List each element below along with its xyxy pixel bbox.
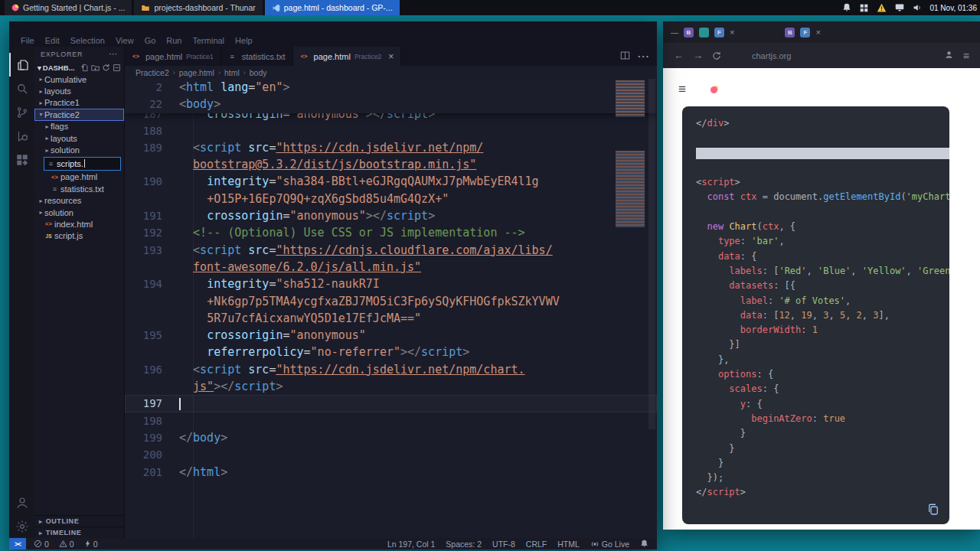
- menu-item-terminal[interactable]: Terminal: [188, 36, 230, 45]
- taskbar-window-page-html-dashboard-gp[interactable]: page.html - dashboard - GP-...: [265, 0, 400, 15]
- menu-item-help[interactable]: Help: [230, 36, 258, 45]
- close-tab-icon[interactable]: ×: [388, 52, 394, 61]
- bell-icon[interactable]: [842, 3, 851, 12]
- code-line[interactable]: 200: [125, 446, 657, 463]
- editor-tab-page-html-practice2[interactable]: <>page.htmlPractice2×: [293, 47, 402, 66]
- close-tab-icon[interactable]: ×: [730, 28, 734, 37]
- settings-gear-icon[interactable]: [9, 514, 34, 538]
- panel-timeline[interactable]: ▸TIMELINE: [34, 527, 124, 538]
- explorer-item-solution[interactable]: ▸solution: [34, 207, 124, 218]
- menu-item-file[interactable]: File: [15, 36, 40, 45]
- explorer-item-page-html[interactable]: <>page.html: [34, 171, 124, 183]
- bootstrap-favicon[interactable]: B: [684, 28, 694, 37]
- problems-indicator[interactable]: 000: [26, 538, 106, 549]
- explorer-icon[interactable]: [9, 53, 34, 77]
- explorer-item-resources[interactable]: ▸resources: [34, 195, 124, 207]
- code-line[interactable]: 2<html lang="en">: [125, 79, 657, 96]
- code-line[interactable]: 193 <script src="https://cdnjs.cloudflar…: [125, 242, 657, 259]
- code-line[interactable]: 201</html>: [125, 464, 657, 481]
- status-crlf[interactable]: CRLF: [521, 538, 552, 549]
- code-line[interactable]: bootstrap@5.3.2/dist/js/bootstrap.min.js…: [125, 156, 657, 173]
- code-line[interactable]: 5R7u7cfAicxanwYQ5D1e17EfJcMA==": [125, 310, 657, 327]
- breadcrumb-item-page-html[interactable]: page.html: [179, 68, 214, 77]
- browser-menu-icon[interactable]: ≡: [963, 50, 969, 62]
- code-line[interactable]: 192 <!-- (Optional) Use CSS or JS implem…: [125, 224, 657, 241]
- menu-item-go[interactable]: Go: [139, 36, 162, 45]
- explorer-item-practice2[interactable]: ▾Practice2: [34, 109, 124, 120]
- code-line[interactable]: 22<body>: [125, 96, 657, 112]
- reload-icon[interactable]: [712, 51, 721, 60]
- code-line[interactable]: 199</body>: [125, 429, 657, 446]
- code-line[interactable]: 191 crossorigin="anonymous"></script>: [125, 207, 657, 224]
- explorer-item-layouts[interactable]: ▸layouts: [34, 132, 124, 144]
- status-utf-8[interactable]: UTF-8: [487, 538, 521, 549]
- breadcrumb-item-practice2[interactable]: Practice2: [136, 68, 169, 77]
- code-line[interactable]: referrerpolicy="no-referrer"></script>: [125, 344, 657, 360]
- panel-outline[interactable]: ▸OUTLINE: [34, 515, 124, 527]
- status-html[interactable]: HTML: [552, 538, 585, 549]
- code-line[interactable]: 197: [125, 395, 657, 412]
- code-line[interactable]: 190 integrity="sha384-BBtl+eGJRgqQAUMxJ7…: [125, 173, 657, 190]
- error-count[interactable]: 0: [30, 538, 53, 549]
- address-bar[interactable]: chartjs.org: [730, 51, 935, 60]
- code-line[interactable]: 196 <script src="https://cdn.jsdelivr.ne…: [125, 361, 657, 378]
- menu-item-edit[interactable]: Edit: [40, 36, 65, 45]
- teal-favicon[interactable]: [699, 28, 709, 37]
- run-debug-icon[interactable]: [9, 124, 34, 148]
- status-ln-197-col-1[interactable]: Ln 197, Col 1: [382, 538, 440, 549]
- explorer-item-statistics-txt[interactable]: ≡statistics.txt: [34, 183, 124, 194]
- code-line[interactable]: font-awesome/6.2.0/js/all.min.js": [125, 259, 657, 276]
- menu-item-selection[interactable]: Selection: [65, 36, 110, 45]
- explorer-item-practice1[interactable]: ▸Practice1: [34, 97, 124, 109]
- code-line[interactable]: 188: [125, 122, 657, 139]
- forward-icon[interactable]: →: [693, 50, 703, 61]
- editor-scrollbar[interactable]: [647, 79, 657, 538]
- zap-count[interactable]: 0: [80, 538, 102, 549]
- explorer-item-solution[interactable]: ▸solution: [34, 144, 124, 155]
- taskbar-window-getting-started-chart-js[interactable]: Getting Started | Chart.js - ...: [5, 0, 132, 15]
- code-line[interactable]: +O15P+16Ep7Q9Q+zqX6gSbd85u4mG4QzX+": [125, 191, 657, 207]
- split-editor-icon[interactable]: [620, 50, 630, 64]
- explorer-item-cumulative[interactable]: ▸Cumulative: [34, 73, 124, 85]
- close-tab-icon[interactable]: ×: [815, 28, 820, 37]
- menu-item-run[interactable]: Run: [161, 36, 187, 45]
- code-line[interactable]: js"></script>: [125, 378, 657, 395]
- bootstrap-favicon[interactable]: B: [785, 28, 795, 37]
- more-actions-icon[interactable]: ⋯: [109, 49, 118, 59]
- search-icon[interactable]: [9, 77, 34, 100]
- source-control-icon[interactable]: [9, 100, 34, 124]
- code-line[interactable]: 189 <script src="https://cdn.jsdelivr.ne…: [125, 139, 657, 156]
- docs-sidebar-toggle-icon[interactable]: ≡: [678, 82, 686, 97]
- account-icon[interactable]: [9, 491, 34, 514]
- code-line[interactable]: +Nk6gp7p5TMA4ycgfxaZBJ7MO5iC3Fp6ySQyKFHO…: [125, 293, 657, 310]
- editor-tab-page-html-practice1[interactable]: <>page.htmlPractice1: [125, 47, 221, 66]
- status-bell-small-icon[interactable]: [635, 538, 654, 549]
- taskbar-clock[interactable]: 01 Nov, 01:36: [929, 4, 977, 12]
- display-icon[interactable]: [895, 3, 904, 12]
- menu-item-view[interactable]: View: [110, 36, 139, 45]
- profile-icon[interactable]: [944, 49, 954, 63]
- minimized-tab-icon[interactable]: —: [671, 28, 678, 37]
- explorer-item-flags[interactable]: ▸flags: [34, 121, 124, 132]
- explorer-item-script-js[interactable]: JSscript.js: [34, 230, 124, 242]
- fontawesome-favicon[interactable]: F: [714, 28, 724, 37]
- taskbar-window-projects-dashboard-thunar[interactable]: projects-dashboard - Thunar: [134, 0, 262, 15]
- back-icon[interactable]: ←: [674, 50, 684, 61]
- chartjs-logo[interactable]: [710, 86, 717, 93]
- code-line[interactable]: 194 integrity="sha512-naukR7I: [125, 276, 657, 292]
- apps-icon[interactable]: [860, 4, 868, 12]
- extensions-icon[interactable]: [9, 148, 34, 171]
- explorer-item-index-html[interactable]: <>index.html: [34, 218, 124, 230]
- code-line[interactable]: 195 crossorigin="anonymous": [125, 327, 657, 344]
- breadcrumb-item-html[interactable]: html: [224, 68, 240, 77]
- editor-tab-statistics-txt-x[interactable]: ≡statistics.txt: [221, 47, 293, 66]
- remote-indicator[interactable]: ><: [9, 538, 26, 549]
- status-spaces-2[interactable]: Spaces: 2: [440, 538, 487, 549]
- warning-small-count[interactable]: 0: [55, 538, 78, 549]
- explorer-rename-input[interactable]: ≡scripts.: [44, 157, 121, 171]
- scrollbar-thumb[interactable]: [648, 79, 655, 429]
- code-line[interactable]: 198: [125, 412, 657, 429]
- warning-icon[interactable]: [877, 3, 887, 13]
- code-line[interactable]: 187 crossorigin="anonymous"></script>: [125, 113, 657, 122]
- editor-more-icon[interactable]: ⋯: [637, 49, 649, 64]
